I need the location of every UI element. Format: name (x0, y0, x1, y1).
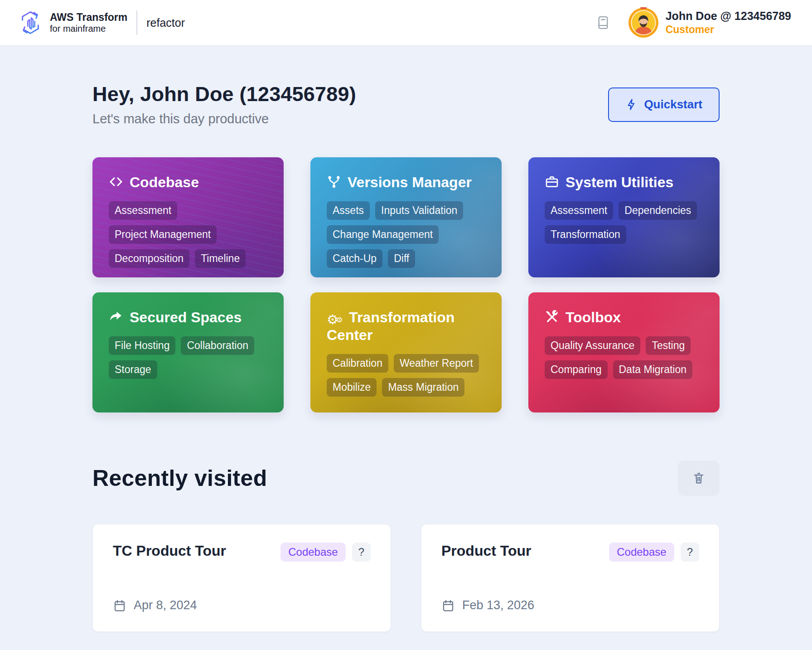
app-header: AWS Transform for mainframe refactor (0, 0, 812, 45)
recent-grid: TC Product Tour Codebase ? Apr 8, 2024 P… (92, 524, 720, 632)
feature-grid: Codebase AssessmentProject ManagementDec… (92, 157, 720, 412)
gears-icon: ⚙⚙ (327, 313, 343, 326)
trash-icon (692, 471, 705, 485)
card-versions-manager[interactable]: Versions Manager AssetsInputs Validation… (310, 157, 502, 277)
user-name: John Doe @ 123456789 (666, 9, 791, 23)
card-chip[interactable]: Transformation (545, 225, 626, 244)
card-chip[interactable]: File Hosting (109, 336, 175, 355)
brand-title: AWS Transform (50, 12, 127, 24)
card-chip[interactable]: Assets (327, 201, 370, 220)
card-chip[interactable]: Mobilize (327, 378, 377, 397)
recent-card-date: Apr 8, 2024 (134, 598, 197, 612)
tools-icon (545, 310, 559, 324)
card-chip[interactable]: Calibration (327, 354, 388, 373)
card-chip[interactable]: Project Management (109, 225, 217, 244)
card-title: System Utilities (566, 174, 673, 190)
card-title: Secured Spaces (130, 309, 242, 325)
card-chip[interactable]: Quality Assurance (545, 336, 640, 355)
card-system-utilities[interactable]: System Utilities AssessmentDependenciesT… (528, 157, 720, 277)
card-chip-list: File HostingCollaborationStorage (109, 336, 267, 379)
calendar-icon (113, 599, 126, 612)
card-transformation-center[interactable]: ⚙⚙ Transformation Center CalibrationWeat… (310, 292, 502, 412)
card-chip[interactable]: Data Migration (613, 360, 693, 379)
card-chip-list: AssessmentProject ManagementDecompositio… (109, 201, 267, 268)
card-title: Versions Manager (348, 174, 472, 190)
avatar[interactable] (628, 7, 659, 38)
card-title: Toolbox (566, 309, 621, 325)
card-chip[interactable]: Mass Migration (382, 378, 464, 397)
help-icon[interactable]: ? (352, 543, 371, 562)
card-chip[interactable]: Weather Report (394, 354, 479, 373)
card-chip[interactable]: Collaboration (181, 336, 254, 355)
card-chip-list: Quality AssuranceTestingComparingData Mi… (545, 336, 703, 379)
recent-card-date: Feb 13, 2026 (462, 598, 534, 612)
card-chip-list: AssetsInputs ValidationChange Management… (327, 201, 485, 268)
card-chip[interactable]: Decomposition (109, 249, 189, 268)
recent-card-title: Product Tour (441, 543, 532, 559)
product-name: refactor (146, 16, 185, 29)
branch-icon (327, 175, 341, 189)
page-subtitle: Let's make this day productive (92, 112, 356, 126)
card-title: Transformation Center (327, 309, 454, 343)
aws-transform-logo (18, 10, 43, 36)
card-toolbox[interactable]: Toolbox Quality AssuranceTestingComparin… (528, 292, 720, 412)
recent-card-title: TC Product Tour (113, 543, 226, 559)
calendar-icon (441, 599, 455, 612)
lightning-icon (625, 98, 638, 111)
card-chip[interactable]: Diff (388, 249, 415, 268)
card-chip[interactable]: Assessment (109, 201, 177, 220)
card-chip[interactable]: Testing (646, 336, 691, 355)
card-secured-spaces[interactable]: Secured Spaces File HostingCollaboration… (92, 292, 284, 412)
user-block[interactable]: John Doe @ 123456789 Customer (666, 9, 791, 36)
code-icon (109, 175, 123, 189)
clear-recent-button[interactable] (678, 461, 720, 496)
card-title: Codebase (130, 174, 199, 190)
notebook-icon[interactable] (596, 15, 610, 30)
brand-subtitle: for mainframe (50, 24, 127, 34)
card-chip-list: CalibrationWeather ReportMobilizeMass Mi… (327, 354, 485, 397)
quickstart-label: Quickstart (644, 97, 702, 112)
card-chip[interactable]: Comparing (545, 360, 608, 379)
card-chip[interactable]: Catch-Up (327, 249, 382, 268)
card-chip[interactable]: Inputs Validation (375, 201, 463, 220)
card-codebase[interactable]: Codebase AssessmentProject ManagementDec… (92, 157, 284, 277)
page-title: Hey, John Doe (123456789) (92, 82, 356, 106)
brand-divider (136, 10, 137, 35)
help-icon[interactable]: ? (681, 543, 699, 562)
brand[interactable]: AWS Transform for mainframe (18, 10, 127, 36)
user-role-badge: Customer (666, 23, 791, 36)
share-arrow-icon (109, 310, 123, 324)
quickstart-button[interactable]: Quickstart (608, 87, 720, 122)
module-badge: Codebase (280, 543, 345, 562)
briefcase-icon (545, 175, 559, 189)
recently-visited-title: Recently visited (92, 465, 267, 491)
module-badge: Codebase (609, 543, 674, 562)
card-chip[interactable]: Storage (109, 360, 157, 379)
recent-card[interactable]: TC Product Tour Codebase ? Apr 8, 2024 (92, 524, 391, 632)
card-chip-list: AssessmentDependenciesTransformation (545, 201, 703, 244)
card-chip[interactable]: Assessment (545, 201, 613, 220)
card-chip[interactable]: Timeline (195, 249, 246, 268)
recent-card[interactable]: Product Tour Codebase ? Feb 13, 2026 (421, 524, 720, 632)
card-chip[interactable]: Dependencies (619, 201, 697, 220)
card-chip[interactable]: Change Management (327, 225, 439, 244)
